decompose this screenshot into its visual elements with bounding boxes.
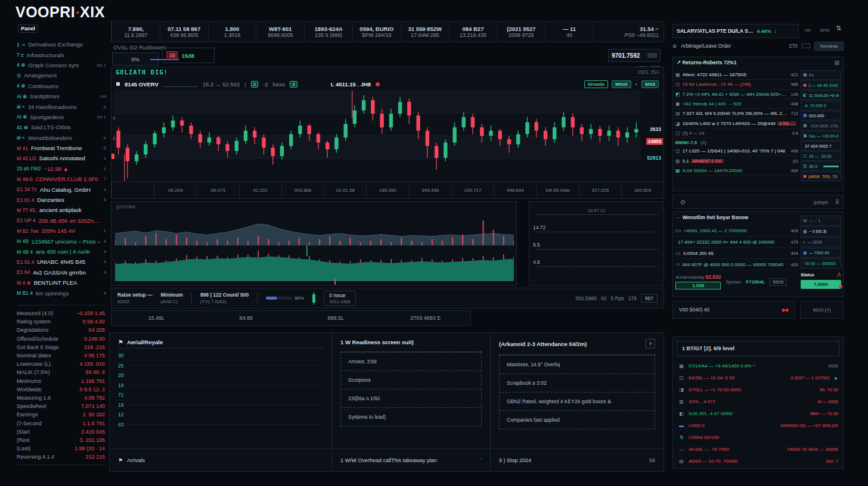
attendance-footer[interactable]: 9 ) Stop 2024 59 — [491, 448, 664, 471]
attendance-row[interactable]: GBNZ Rated, weighted 4 KEY26 gold boxes … — [500, 392, 655, 410]
tab-item[interactable]: 898.5L — [291, 315, 381, 321]
nominal-button[interactable]: Nominal — [814, 42, 844, 51]
mini-row[interactable]: ▩ . 014 0400 J70L — [801, 121, 841, 130]
mini-row[interactable]: ▦ — 7000 40 — [801, 248, 841, 258]
watchlist-item[interactable]: M 42 LG Satoshi Annotated 1 — [17, 153, 106, 163]
watchlist-item[interactable]: 25 ah FM2 −12.98 ▲ 1 — [17, 164, 106, 174]
volume-chart-svg[interactable] — [115, 211, 514, 287]
time-axis-label[interactable]: 317.025 — [579, 182, 621, 198]
attendance-row[interactable]: Scrapbook a 3:02 — [500, 373, 655, 392]
watch-position-row[interactable]: ⇅ C0004 00/V00 — [673, 431, 843, 443]
search-icon[interactable]: ⊙ — [680, 199, 685, 205]
watchlist-item[interactable]: E1 UP 4 209.4B.45K en 520Zn.4M4 — [17, 216, 106, 226]
watchlist-item[interactable]: 4 ⊕ Graph Connect 4yrs ba 1 — [17, 60, 106, 70]
positions-row[interactable]: Yl 494 607F @ 4000 500 0.0000 — 00000 70… — [675, 259, 798, 270]
returns-row[interactable]: ◫ 15 for Lawrence , 72 48 — (246) 486 — [675, 80, 798, 89]
time-axis-label[interactable]: 02.01.58 — [324, 182, 366, 198]
watchlist-item[interactable]: Ai ⊕ Santiptimes ow — [17, 91, 106, 101]
time-axis-label[interactable]: 165.080 — [366, 182, 408, 198]
interval-red-chip[interactable]: 15 — [166, 51, 178, 60]
confirm-button[interactable]: 7,0000 — [801, 280, 841, 289]
symbol-input-underline[interactable] — [163, 81, 198, 87]
watchlist-item[interactable]: M 4B 1234567 unicorns – Prize – 4 — [17, 236, 106, 246]
watch-position-row[interactable]: ◧ 0/J0 J0'L .4 07 /0000 MM+ — 70 00 — [673, 407, 843, 419]
ticker-cell[interactable]: 1893-624A 135 6 (988) — [304, 21, 352, 42]
watchlist-item[interactable]: 41 ⊕ Said LTS-Orbits — [17, 122, 106, 132]
returns-row[interactable]: ▣ +AC friends 44 | 400 → 520 448 — [675, 99, 798, 109]
watchlist-item[interactable]: M B1 4 km spinnings 4 — [17, 288, 106, 298]
watch-position-row[interactable]: ◫ 64/36L — 10 0A :0 00 0.0097 — 1 107001… — [673, 372, 843, 384]
watchlist-item[interactable]: 1 ⇢ Derivatives Exchange — [17, 39, 106, 49]
mini-row[interactable]: 37 434 0002 7 — [801, 141, 841, 151]
watch-position-row[interactable]: ▥ 10% , .4 077 M — 0000 — [673, 395, 843, 407]
mini-row[interactable]: ▦ 010-000 — [801, 111, 841, 120]
footer-right-item[interactable]: 001.5980 — [575, 295, 596, 301]
grid-icon[interactable]: ⠿ — [835, 199, 839, 205]
interval-box[interactable]: 15 15d8 — [162, 48, 215, 63]
link-sims[interactable]: sims — [820, 27, 829, 33]
watch-position-row[interactable]: ▦ 07/14/A4 — +9 49/1409 0.9% ^ 4930 — [673, 360, 843, 372]
chart-symbol[interactable]: 8145 OVERV — [125, 81, 159, 88]
watchlist-item[interactable]: M B1 7ee 200% 145 4V 1 — [17, 226, 106, 236]
returns-row[interactable]: ▢ [3] 4 — 14 4.6 — [675, 129, 798, 138]
ticker-cell[interactable]: 0594, BURIO BPM 294/15 — [352, 21, 401, 42]
returns-row[interactable]: ◩ 7.2% +2 HPL 49.41 + 42W — WH 2004A 925… — [675, 90, 798, 99]
readiness-row[interactable]: 23@6a A 1/92 — [341, 389, 481, 407]
footer-right-item[interactable]: 02 — [601, 295, 606, 301]
watchlist-item[interactable]: E1 01 4 UNIABC 4N45 B45 4 — [17, 257, 106, 267]
time-axis-label[interactable]: 003.866 — [281, 182, 324, 198]
readiness-row[interactable]: Scorpions — [341, 370, 481, 389]
right-search-row[interactable]: ⊙ (p)kgsi ⠿ — [672, 195, 844, 209]
watchlist-item[interactable]: ai ≈ 34 Hamiltonadoons e — [17, 101, 106, 111]
ticker-cell[interactable]: 31 559 852W 17.64M 285 — [401, 21, 449, 42]
chart-button-mode[interactable]: M0d3 — [612, 80, 631, 88]
chart-button-ma[interactable]: MA8 — [641, 80, 659, 88]
watchlist-item[interactable]: M 4B 4 ans 400 com | 4 Av/4r 4 — [17, 247, 106, 257]
tab-item[interactable]: 84.95 — [202, 315, 292, 321]
time-axis-label[interactable]: 100.717 — [451, 182, 494, 198]
buy-amount-button[interactable]: 1.039 — [675, 282, 721, 289]
time-axis-label[interactable]: 496.644 — [494, 182, 536, 198]
tab-item[interactable]: 15.48L — [111, 315, 202, 321]
mini-row[interactable]: ▦ Po — [801, 70, 841, 80]
watchlist-item[interactable]: E1 64 4v2 GASSAN grrrrbn 4 — [17, 267, 106, 278]
footer-right-chip[interactable]: 897 — [641, 294, 658, 303]
positions-row[interactable]: 41 0.0004 J00 45 494 — [675, 248, 798, 259]
watch-position-row[interactable]: — 40 00L — .70 7000 7400/0 70 /407L — 00… — [673, 443, 843, 455]
mini-row[interactable]: ◼ (A004: 700) .70 — [801, 172, 841, 181]
attendance-row[interactable]: Massives, 14.9° Overliq — [500, 355, 655, 373]
footer-right-item[interactable]: 5 Rps — [610, 295, 624, 301]
ticker-cell[interactable]: — 11 40 — [545, 21, 593, 42]
mini-row[interactable]: ▥ 35 G — [801, 161, 841, 171]
footer-progress[interactable]: 88% — [266, 295, 304, 301]
time-axis-label[interactable]: · — [111, 182, 154, 198]
watchlist-item[interactable]: ⊙ Arrangement — [17, 70, 106, 80]
chart-button-groode[interactable]: Groode — [584, 80, 608, 88]
ticker-cell[interactable]: W8T-601 8698.0005 — [256, 21, 304, 42]
watch-position-row[interactable]: ▬ L0/00.0 1040400 00L — +07 000L0/0 — [673, 419, 843, 431]
watchlist-item[interactable]: M 41 Frontseat Trembone . 8 — [17, 143, 106, 153]
watchlist-item[interactable]: E1 81 4 Danzantes 4 — [17, 195, 106, 205]
watchlist-item[interactable]: 7 ± Infrastructurals — [17, 49, 106, 60]
mini-row[interactable]: W — ·· 1 — [801, 216, 841, 226]
watchlist-item[interactable]: M 4 ⊕ BENTLINT PLEA — [17, 278, 106, 288]
watchlist-item[interactable]: Ai ⊕ Sportgardens im 1 — [17, 112, 106, 122]
time-axis-label[interactable]: 1M 65.04av — [536, 182, 578, 198]
readiness-row[interactable]: Arrows: 3:59 — [341, 352, 481, 370]
stat-box-value[interactable]: 5929 — [770, 278, 786, 286]
attendance-row[interactable]: Companies fast applied — [500, 410, 655, 429]
watchlist-item[interactable]: ai ≈ Wenebbsbanders e — [17, 133, 106, 143]
indicator-chip-b[interactable]: 3 — [290, 81, 297, 88]
link-rst[interactable]: rst — [805, 27, 810, 33]
tab-item[interactable]: 2703 4893 E — [381, 315, 471, 321]
time-axis-label[interactable]: 05.209 — [154, 182, 196, 198]
returns-row[interactable]: ◪ 15/40% L400 w 2 7070 L49%20 — 20@449A … — [675, 119, 798, 128]
time-axis-label[interactable]: 345.456 — [409, 182, 451, 198]
returns-row[interactable]: ▥ 0.1ARMENT 0 100 (0) — [675, 156, 798, 166]
mini-row[interactable]: ◐ — [300] — [801, 237, 841, 247]
ticker-cell[interactable]: 084 B27 13.219.435 — [449, 21, 497, 42]
panel-chip[interactable]: Panel — [18, 24, 38, 33]
time-axis-label[interactable]: 02.201 — [239, 182, 281, 198]
positions-row[interactable]: Ds +4000, 2000.42 — 2 7000000 409 — [675, 225, 798, 236]
returns-row[interactable]: ▤ 7.027 42L W4 9.20040 7L0% 29L00% — 40L… — [675, 109, 798, 119]
